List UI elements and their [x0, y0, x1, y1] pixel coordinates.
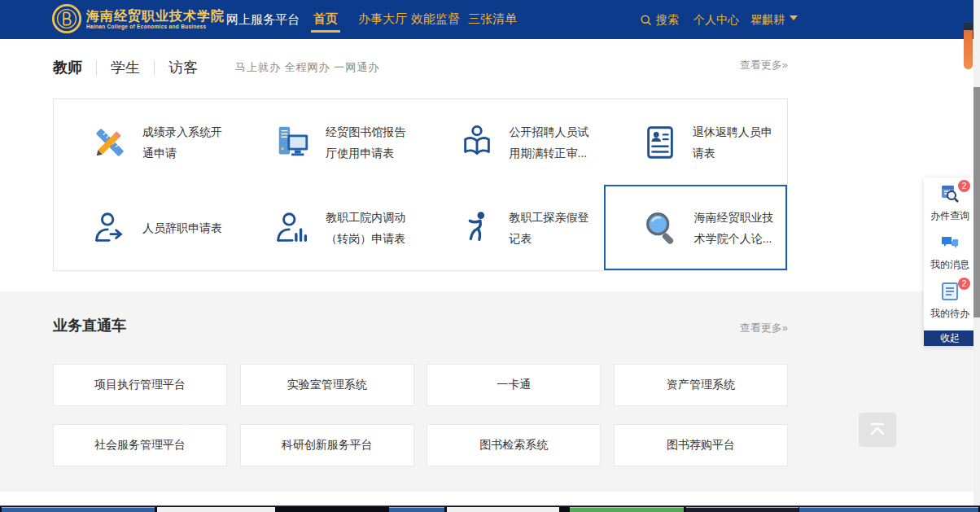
- business-view-more-link[interactable]: 查看更多»: [740, 321, 788, 335]
- business-button-grid: 项目执行管理平台 实验室管理系统 一卡通 资产管理系统 社会服务管理平台 科研创…: [53, 364, 788, 466]
- portal-page: 海南经贸职业技术学院 Hainan College of Economics a…: [0, 0, 980, 512]
- taskbar-segment: [157, 507, 275, 512]
- school-name-zh: 海南经贸职业技术学院: [86, 9, 225, 24]
- service-card-label: 教职工探亲假登记表: [510, 207, 589, 249]
- panel-item-label: 办件查询: [924, 209, 976, 223]
- section-title: 业务直通车: [53, 316, 126, 335]
- portal-title: 网上服务平台: [226, 0, 300, 39]
- browser-scrollbar-thumb[interactable]: [973, 87, 980, 317]
- service-card-family-visit-leave[interactable]: 教职工探亲假登记表: [421, 185, 604, 270]
- business-express-section: 业务直通车 查看更多» 项目执行管理平台 实验室管理系统 一卡通 资产管理系统 …: [0, 291, 980, 492]
- pencil-ruler-icon: [91, 124, 129, 161]
- chevron-down-icon: [790, 15, 798, 24]
- person-chart-icon: [274, 209, 312, 247]
- service-card-label: 经贸图书馆报告厅使用申请表: [326, 121, 405, 164]
- taskbar-segment: [447, 507, 559, 512]
- floating-side-panel: 2 办件查询 我的消息 2 我的待办 收起: [924, 177, 976, 346]
- id-card-icon: [641, 124, 679, 161]
- top-navbar: 海南经贸职业技术学院 Hainan College of Economics a…: [0, 0, 980, 39]
- search-button[interactable]: 搜索: [640, 0, 679, 39]
- school-emblem-icon: [51, 3, 82, 34]
- magnifier-icon: [643, 209, 680, 247]
- service-card-label: 海南经贸职业技术学院个人论...: [694, 207, 774, 249]
- service-card-library-hall[interactable]: 经贸图书馆报告厅使用申请表: [237, 99, 420, 185]
- service-card-probation-review[interactable]: 公开招聘人员试用期满转正审...: [421, 99, 604, 185]
- role-tabs: 教师 学生 访客 马上就办 全程网办 一网通办: [53, 54, 379, 81]
- panel-item-label: 我的消息: [924, 258, 976, 272]
- service-card-internal-transfer[interactable]: 教职工院内调动（转岗）申请表: [237, 185, 420, 270]
- panel-item-case-query[interactable]: 2 办件查询: [924, 184, 976, 223]
- chat-bubbles-icon: [940, 233, 960, 252]
- biz-button-social-service[interactable]: 社会服务管理平台: [53, 424, 227, 466]
- panel-item-label: 我的待办: [924, 307, 976, 321]
- tab-student[interactable]: 学生: [111, 58, 140, 77]
- document-search-icon: [940, 184, 960, 203]
- personal-center-link[interactable]: 个人中心: [693, 0, 739, 39]
- taskbar: [0, 505, 980, 512]
- taskbar-segment: [799, 507, 978, 512]
- taskbar-segment: [686, 507, 798, 512]
- biz-button-one-card[interactable]: 一卡通: [427, 364, 601, 406]
- biz-button-asset-system[interactable]: 资产管理系统: [614, 364, 788, 406]
- slogan-text: 马上就办 全程网办 一网通办: [235, 60, 379, 75]
- service-card-resignation[interactable]: 人员辞职申请表: [54, 185, 237, 270]
- school-name: 海南经贸职业技术学院 Hainan College of Economics a…: [86, 9, 225, 29]
- service-card-label: 退休返聘人员申请表: [693, 121, 772, 164]
- tab-divider: [154, 60, 155, 76]
- biz-button-book-search[interactable]: 图书检索系统: [427, 424, 601, 466]
- page-scrollbar-thumb[interactable]: [964, 30, 973, 69]
- taskbar-segment: [570, 507, 684, 512]
- biz-button-research-platform[interactable]: 科研创新服务平台: [240, 424, 414, 466]
- nav-item-three-lists[interactable]: 三张清单: [468, 0, 517, 37]
- service-card-personal-forum[interactable]: 海南经贸职业技术学院个人论...: [604, 185, 787, 270]
- tab-teacher[interactable]: 教师: [53, 58, 82, 77]
- username: 瞿麒耕: [750, 13, 785, 26]
- tab-visitor[interactable]: 访客: [168, 58, 198, 77]
- tab-divider: [96, 60, 97, 76]
- back-to-top-icon: [867, 420, 888, 440]
- user-menu[interactable]: 瞿麒耕: [750, 0, 798, 39]
- panel-item-my-todo[interactable]: 2 我的待办: [924, 282, 976, 321]
- service-card-grid: 成绩录入系统开通申请 经贸图书馆报告厅使用申请表: [53, 98, 788, 271]
- biz-button-book-recommend[interactable]: 图书荐购平台: [614, 424, 788, 466]
- nav-item-efficiency-monitor[interactable]: 效能监督: [411, 0, 460, 37]
- back-to-top-button[interactable]: [859, 413, 896, 447]
- biz-button-project-management[interactable]: 项目执行管理平台: [53, 364, 227, 406]
- service-card-grade-entry[interactable]: 成绩录入系统开通申请: [54, 99, 237, 185]
- school-logo[interactable]: 海南经贸职业技术学院 Hainan College of Economics a…: [51, 3, 225, 34]
- reading-person-icon: [458, 124, 496, 161]
- walking-person-icon: [458, 209, 496, 247]
- computer-icon: [274, 124, 312, 161]
- my-todo-badge: 2: [958, 278, 970, 290]
- service-card-label: 教职工院内调动（转岗）申请表: [326, 207, 405, 249]
- nav-item-home[interactable]: 首页: [313, 0, 338, 37]
- service-card-label: 人员辞职申请表: [142, 217, 222, 238]
- person-leave-icon: [91, 209, 129, 247]
- school-name-en: Hainan College of Economics and Business: [86, 24, 225, 29]
- search-icon: [640, 14, 652, 26]
- page-scrollbar-cap: [964, 23, 973, 30]
- services-view-more-link[interactable]: 查看更多»: [740, 58, 788, 72]
- taskbar-segment: [389, 507, 444, 512]
- panel-item-my-messages[interactable]: 我的消息: [924, 233, 976, 272]
- service-card-rehire-retired[interactable]: 退休返聘人员申请表: [604, 99, 787, 185]
- service-card-label: 公开招聘人员试用期满转正审...: [510, 121, 589, 164]
- service-card-label: 成绩录入系统开通申请: [142, 121, 222, 164]
- biz-button-lab-system[interactable]: 实验室管理系统: [240, 364, 414, 406]
- case-query-badge: 2: [958, 180, 970, 192]
- taskbar-segment: [2, 507, 155, 512]
- nav-item-service-hall[interactable]: 办事大厅: [358, 0, 407, 37]
- collapse-panel-button[interactable]: 收起: [924, 330, 976, 346]
- todo-list-icon: [940, 282, 960, 301]
- search-label: 搜索: [656, 0, 679, 39]
